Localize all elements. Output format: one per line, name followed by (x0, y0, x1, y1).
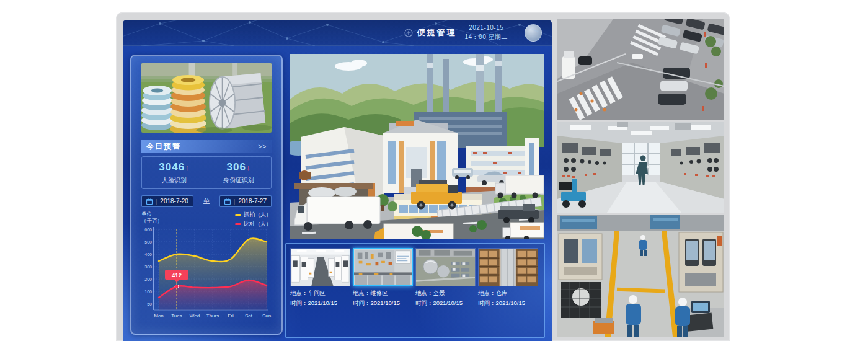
photo-control-room (557, 122, 724, 213)
stat-label: 人脸识别 (142, 176, 206, 185)
stat-id-recognition: 306↓ 身份证识别 (206, 161, 271, 185)
page: 便捷管理 2021-10-15 14：00 星期二 (0, 0, 868, 341)
camera-image (353, 248, 413, 286)
time-weekday-text: 14：00 星期二 (464, 33, 508, 42)
today-alerts-title: 今日预警 (146, 141, 181, 152)
end-date-picker[interactable]: | 2018-7-27 (219, 195, 272, 207)
camera-location: 地点：全景 (415, 290, 476, 298)
svg-text:Tues: Tues (171, 313, 182, 319)
svg-text:Thurs: Thurs (206, 313, 219, 319)
svg-text:Sat: Sat (245, 313, 253, 319)
camera-location: 地点：维修区 (353, 290, 413, 298)
stat-value: 306↓ (206, 161, 271, 174)
svg-text:Mon: Mon (154, 313, 164, 319)
svg-text:50: 50 (147, 302, 152, 306)
camera-image (290, 248, 350, 286)
header-divider (516, 26, 516, 40)
camera-location: 地点：仓库 (478, 290, 538, 298)
line-chart: 41260050040030020010050MonTuesWedThursFr… (141, 224, 272, 321)
chart-header: 单位 （千万） 抓拍（人） 比对（人） (141, 211, 272, 224)
photo-parking-aerial (557, 19, 724, 120)
camera-time: 时间：2021/10/15 (478, 299, 538, 308)
camera-time: 时间：2021/10/15 (415, 299, 476, 308)
end-date-value: 2018-7-27 (238, 198, 267, 205)
svg-text:400: 400 (144, 252, 152, 257)
app-title-wrap: 便捷管理 (404, 27, 456, 38)
page-title: 便捷管理 (417, 27, 456, 38)
camera-thumb-maintenance[interactable]: 地点：维修区 时间：2021/10/15 (353, 248, 413, 308)
camera-time: 时间：2021/10/15 (353, 299, 413, 308)
svg-text:300: 300 (144, 265, 152, 269)
svg-text:500: 500 (144, 240, 152, 244)
chart-unit-label: 单位 （千万） (141, 211, 162, 224)
camera-thumb-workshop[interactable]: 地点：车间区 时间：2021/10/15 (290, 248, 350, 308)
svg-text:412: 412 (172, 272, 182, 278)
calendar-icon (146, 198, 153, 205)
start-date-value: 2018-7-20 (160, 198, 188, 205)
svg-text:600: 600 (144, 228, 152, 232)
alerts-more-link[interactable]: >> (258, 143, 267, 150)
svg-text:Sun: Sun (262, 313, 271, 319)
camera-time: 时间：2021/10/15 (290, 299, 350, 308)
dashboard-header: 便捷管理 2021-10-15 14：00 星期二 (123, 20, 552, 46)
content-card: 便捷管理 2021-10-15 14：00 星期二 (116, 12, 730, 341)
today-alerts-banner: 今日预警 >> (141, 140, 272, 153)
capture-compare-chart: 单位 （千万） 抓拍（人） 比对（人） (141, 211, 272, 329)
photo-factory-floor (557, 215, 724, 337)
camera-panel: 地点：车间区 时间：2021/10/15 (285, 243, 545, 338)
start-date-picker[interactable]: | 2018-7-20 (141, 195, 193, 207)
svg-text:100: 100 (144, 290, 152, 294)
camera-row: 地点：车间区 时间：2021/10/15 (290, 248, 540, 308)
camera-image (415, 248, 476, 286)
stat-face-recognition: 3046↑ 人脸识别 (142, 161, 206, 185)
date-text: 2021-10-15 (464, 24, 508, 33)
svg-text:Wed: Wed (190, 313, 200, 319)
trend-down-icon: ↓ (246, 163, 251, 172)
date-range-to-label: 至 (203, 197, 210, 206)
camera-location: 地点：车间区 (290, 290, 350, 298)
legend-dash-icon (235, 214, 241, 216)
calendar-icon (224, 198, 231, 205)
stat-value: 3046↑ (142, 161, 206, 174)
camera-image (478, 248, 538, 286)
camera-thumb-warehouse[interactable]: 地点：仓库 时间：2021/10/15 (478, 248, 538, 308)
date-range-row: | 2018-7-20 至 | 2018-7-27 (141, 195, 272, 207)
dashboard: 便捷管理 2021-10-15 14：00 星期二 (123, 20, 552, 341)
datetime-display: 2021-10-15 14：00 星期二 (464, 24, 508, 42)
stat-label: 身份证识别 (206, 176, 271, 185)
trend-up-icon: ↑ (185, 163, 190, 172)
small-bus (452, 168, 473, 179)
app-logo-icon (404, 29, 413, 37)
svg-text:200: 200 (144, 277, 152, 281)
user-avatar[interactable] (525, 24, 542, 42)
alert-stats-box: 3046↑ 人脸识别 306↓ 身份证识别 (141, 156, 272, 189)
factory-campus-illustration (290, 54, 544, 239)
left-panel: 今日预警 >> 3046↑ 人脸识别 306↓ 身份证识别 (130, 55, 283, 335)
legend-item-capture: 抓拍（人） (235, 211, 272, 219)
picker-divider: | (156, 198, 157, 205)
picker-divider: | (234, 198, 235, 205)
svg-text:Fri: Fri (228, 313, 234, 319)
cable-coils-photo (141, 63, 272, 133)
camera-thumb-panorama[interactable]: 地点：全景 时间：2021/10/15 (415, 248, 476, 308)
